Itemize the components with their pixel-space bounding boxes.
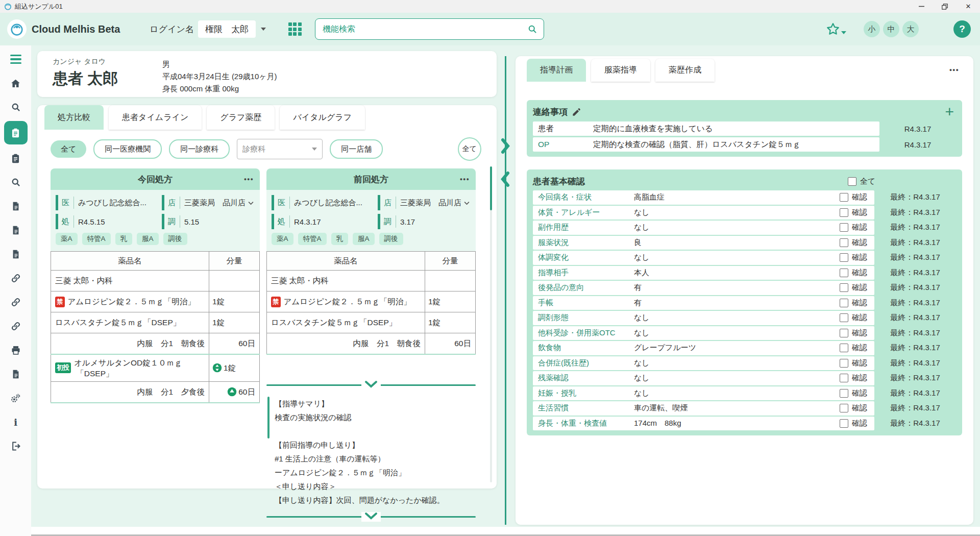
maximize-button[interactable]	[933, 0, 957, 13]
function-search-input[interactable]	[322, 24, 527, 34]
confirm-checkbox[interactable]	[840, 344, 848, 352]
favorites-button[interactable]	[826, 22, 846, 36]
confirm-checkbox[interactable]	[840, 359, 848, 368]
tab-graph-history[interactable]: グラフ薬歴	[207, 105, 275, 130]
check-row-label[interactable]: 服薬状況	[533, 238, 634, 248]
department-select[interactable]: 診療科	[237, 139, 323, 159]
check-row-label[interactable]: 体質・アレルギー	[533, 208, 634, 217]
guidance-summary-box[interactable]: 【指導サマリ】 検査の実施状況の確認 【前回指導の申し送り】 #1 生活上の注意…	[266, 393, 476, 511]
chevron-down-icon[interactable]	[247, 199, 255, 207]
filter-same-department-button[interactable]: 同一診療科	[169, 139, 230, 159]
expand-right-arrow[interactable]	[499, 138, 511, 156]
sidebar-item-document-1[interactable]	[4, 196, 28, 216]
confirm-checkbox[interactable]	[840, 253, 848, 262]
check-row-label[interactable]: 後発品の意向	[533, 283, 634, 293]
show-all-round-button[interactable]: 全て	[458, 137, 481, 161]
sidebar-item-report[interactable]	[4, 364, 28, 384]
check-row-label[interactable]: 他科受診・併用薬OTC	[533, 328, 634, 338]
login-caret-icon[interactable]	[261, 28, 266, 31]
close-button[interactable]: ✕	[957, 0, 980, 13]
check-row-label[interactable]: 今回病名・症状	[533, 192, 634, 202]
sidebar-item-logout[interactable]	[4, 436, 28, 456]
left-card-scrollbar[interactable]	[490, 166, 492, 482]
minimize-button[interactable]	[910, 0, 933, 13]
help-button[interactable]: ?	[953, 20, 971, 38]
sidebar-item-link-1[interactable]	[4, 268, 28, 288]
more-icon[interactable]: ●●●	[460, 177, 470, 182]
add-contact-note-button[interactable]: +	[945, 106, 956, 117]
scrollbar-thumb[interactable]	[490, 166, 492, 210]
sidebar-item-document-2[interactable]	[4, 220, 28, 240]
sidebar-item-link-2[interactable]	[4, 292, 28, 312]
hospital-cell[interactable]: 医 みつびし記念総合...	[56, 195, 149, 210]
check-row-label[interactable]: 副作用歴	[533, 223, 634, 232]
tab-patient-timeline[interactable]: 患者タイムライン	[109, 105, 202, 130]
login-user-select[interactable]: 権限 太郎	[198, 20, 256, 38]
more-icon[interactable]: ●●●	[244, 177, 254, 182]
tab-prescription-compare[interactable]: 処方比較	[44, 105, 104, 130]
confirm-checkbox[interactable]	[840, 419, 848, 428]
confirm-checkbox[interactable]	[840, 329, 848, 337]
confirm-checkbox[interactable]	[840, 374, 848, 382]
app-grid-icon[interactable]	[288, 22, 302, 36]
sidebar-item-patient-search[interactable]	[4, 172, 28, 192]
sidebar-item-settings[interactable]	[4, 388, 28, 408]
confirm-checkbox[interactable]	[840, 223, 848, 232]
sidebar-item-link-3[interactable]	[4, 316, 28, 336]
confirm-checkbox[interactable]	[840, 389, 848, 398]
summary-expand-divider[interactable]	[266, 512, 476, 521]
sidebar-menu-toggle[interactable]	[4, 49, 28, 69]
sidebar-item-info[interactable]: i	[4, 412, 28, 432]
scrollbar-thumb[interactable]	[267, 397, 270, 438]
tab-history-create[interactable]: 薬歴作成	[655, 59, 715, 82]
store-cell[interactable]: 店 三菱薬局 品川店	[378, 195, 471, 210]
check-row-label[interactable]: 飲食物	[533, 343, 634, 353]
summary-collapse-divider[interactable]	[266, 380, 476, 389]
filter-same-hospital-button[interactable]: 同一医療機関	[93, 139, 162, 159]
filter-same-store-button[interactable]: 同一店舗	[330, 139, 383, 159]
sidebar-item-document-3[interactable]	[4, 244, 28, 264]
check-row-label[interactable]: 妊娠・授乳	[533, 388, 634, 398]
tab-medication-guidance[interactable]: 服薬指導	[591, 59, 650, 82]
sidebar-item-home[interactable]	[4, 73, 28, 93]
expand-left-arrow[interactable]	[499, 171, 511, 189]
check-row-label[interactable]: 合併症(既往歴)	[533, 358, 634, 368]
font-size-medium-button[interactable]: 中	[883, 21, 899, 37]
check-row-label[interactable]: 調剤形態	[533, 313, 634, 323]
confirm-checkbox[interactable]	[840, 269, 848, 277]
tab-guidance-plan[interactable]: 指導計画	[527, 59, 586, 82]
contact-row: OP 定期的な検査の確認（脂質、肝）ロスバスタチン錠５ｍｇ R4.3.17	[533, 137, 956, 152]
hospital-cell[interactable]: 医 みつびし記念総合...	[272, 195, 364, 210]
font-size-large-button[interactable]: 大	[902, 21, 919, 37]
confirm-checkbox[interactable]	[840, 208, 848, 217]
contact-row-label[interactable]: OP	[533, 140, 593, 149]
check-all-checkbox[interactable]	[848, 177, 856, 186]
hospital-label: 医	[62, 198, 69, 208]
tab-vital-graph[interactable]: バイタルグラフ	[280, 105, 365, 130]
prep-date-cell: 調 3.17	[378, 214, 471, 229]
pencil-icon[interactable]	[572, 107, 581, 117]
current-prescription-title: 今回処方	[138, 174, 173, 185]
sidebar-item-reception[interactable]	[4, 148, 28, 168]
check-row-label[interactable]: 身長・体重・検査値	[533, 419, 634, 428]
store-cell[interactable]: 店 三菱薬局 品川店	[162, 195, 255, 210]
sidebar-item-print[interactable]	[4, 340, 28, 360]
confirm-checkbox[interactable]	[840, 313, 848, 322]
check-row-label[interactable]: 生活習慣	[533, 403, 634, 413]
check-row-label[interactable]: 残薬確認	[533, 373, 634, 383]
filter-all-button[interactable]: 全て	[51, 140, 86, 158]
check-row-label[interactable]: 指導相手	[533, 268, 634, 278]
chevron-down-icon[interactable]	[463, 199, 471, 207]
check-row-label[interactable]: 手帳	[533, 298, 634, 308]
confirm-checkbox[interactable]	[840, 283, 848, 292]
search-icon[interactable]	[527, 24, 537, 34]
confirm-checkbox[interactable]	[840, 404, 848, 412]
confirm-checkbox[interactable]	[840, 193, 848, 202]
check-row-label[interactable]: 体調変化	[533, 253, 634, 262]
confirm-checkbox[interactable]	[840, 238, 848, 247]
sidebar-item-medication-record-active[interactable]	[4, 121, 28, 144]
font-size-small-button[interactable]: 小	[864, 21, 880, 37]
confirm-checkbox[interactable]	[840, 299, 848, 307]
more-icon[interactable]: ●●●	[949, 67, 959, 72]
sidebar-item-search[interactable]	[4, 97, 28, 117]
